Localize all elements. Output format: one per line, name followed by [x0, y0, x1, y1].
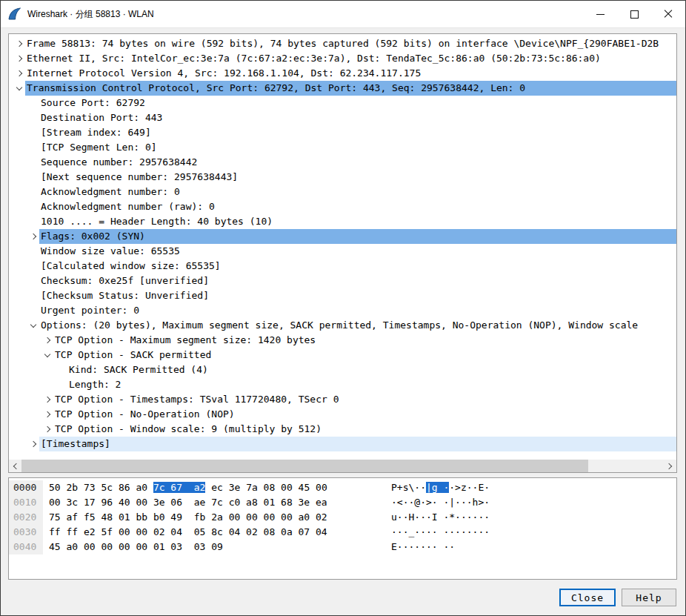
- chevron-right-icon[interactable]: [43, 392, 53, 407]
- hex-row[interactable]: 0030 ff ff e2 5f 00 00 02 04 05 8c 04 02…: [9, 525, 676, 540]
- ascii-bytes[interactable]: P+s\··|g ··>z··E·: [391, 480, 490, 495]
- tree-row-next-sequence[interactable]: [Next sequence number: 2957638443]: [9, 170, 676, 185]
- close-button[interactable]: Close: [559, 589, 616, 606]
- packet-bytes-pane: 0000 50 2b 73 5c 86 a0 7c 67 a2 ec 3e 7a…: [8, 477, 677, 580]
- tree-row-label: Urgent pointer: 0: [39, 303, 676, 318]
- tree-row-checksum-status[interactable]: [Checksum Status: Unverified]: [9, 288, 676, 303]
- tree-row-label: [Timestamps]: [39, 437, 676, 451]
- tree-row-sack-kind[interactable]: Kind: SACK Permitted (4): [9, 362, 676, 377]
- scrollbar-thumb[interactable]: [21, 460, 588, 472]
- tree-row-label: 1010 .... = Header Length: 40 bytes (10): [39, 214, 676, 229]
- chevron-right-icon[interactable]: [15, 51, 25, 66]
- tree-row-destination-port[interactable]: Destination Port: 443: [9, 110, 676, 125]
- scroll-right-arrow-icon[interactable]: [664, 460, 676, 472]
- tree-row-label: TCP Option - No-Operation (NOP): [53, 407, 676, 422]
- ascii-bytes[interactable]: ·<··@·>· ·|···h>·: [391, 495, 490, 510]
- tree-row-ack-number[interactable]: Acknowledgment number: 0: [9, 185, 676, 199]
- selected-bytes: 7c 67 a2: [153, 482, 205, 493]
- help-button[interactable]: Help: [622, 589, 676, 606]
- window-controls: [583, 1, 685, 27]
- hex-bytes[interactable]: 45 a0 00 00 00 00 01 03 03 09: [49, 540, 345, 554]
- maximize-icon: [630, 10, 639, 19]
- hex-row[interactable]: 0020 75 af f5 48 01 bb b0 49 fb 2a 00 00…: [9, 510, 676, 525]
- tree-row-option-timestamps[interactable]: TCP Option - Timestamps: TSval 117720480…: [9, 392, 676, 407]
- tree-row-options[interactable]: Options: (20 bytes), Maximum segment siz…: [9, 318, 676, 333]
- ascii-bytes[interactable]: u··H···I ·*······: [391, 510, 490, 525]
- tree-row-header-length[interactable]: 1010 .... = Header Length: 40 bytes (10): [9, 214, 676, 229]
- close-window-button[interactable]: [651, 1, 685, 27]
- hex-bytes[interactable]: ff ff e2 5f 00 00 02 04 05 8c 04 02 08 0…: [49, 525, 345, 540]
- tree-row-ethernet[interactable]: Ethernet II, Src: IntelCor_ec:3e:7a (7c:…: [9, 51, 676, 66]
- horizontal-scrollbar[interactable]: [9, 460, 676, 472]
- tree-row-segment-len[interactable]: [TCP Segment Len: 0]: [9, 140, 676, 155]
- tree-row-label: Sequence number: 2957638442: [39, 155, 676, 170]
- hex-row[interactable]: 0000 50 2b 73 5c 86 a0 7c 67 a2 ec 3e 7a…: [9, 480, 676, 495]
- tree-row-label: Ethernet II, Src: IntelCor_ec:3e:7a (7c:…: [25, 51, 676, 66]
- minimize-button[interactable]: [583, 1, 617, 27]
- tree-row-window-size[interactable]: Window size value: 65535: [9, 244, 676, 259]
- hex-offset: 0040: [9, 540, 43, 554]
- tree-row-checksum[interactable]: Checksum: 0xe25f [unverified]: [9, 274, 676, 288]
- tree-row-label: Kind: SACK Permitted (4): [67, 362, 676, 377]
- dialog-button-row: Close Help: [559, 589, 676, 606]
- packet-detail-tree-pane: Frame 58813: 74 bytes on wire (592 bits)…: [8, 33, 677, 473]
- tree-row-option-mss[interactable]: TCP Option - Maximum segment size: 1420 …: [9, 333, 676, 348]
- hex-bytes[interactable]: 50 2b 73 5c 86 a0 7c 67 a2 ec 3e 7a 08 0…: [49, 480, 345, 495]
- scroll-left-arrow-icon[interactable]: [9, 460, 21, 472]
- tree-row-label: Length: 2: [67, 377, 676, 392]
- tree-row-sack-length[interactable]: Length: 2: [9, 377, 676, 392]
- tree-row-stream-index[interactable]: [Stream index: 649]: [9, 125, 676, 140]
- chevron-right-icon[interactable]: [43, 422, 53, 437]
- hex-row[interactable]: 0040 45 a0 00 00 00 00 01 03 03 09 E····…: [9, 540, 676, 554]
- maximize-button[interactable]: [617, 1, 651, 27]
- tree-row-ack-number-raw[interactable]: Acknowledgment number (raw): 0: [9, 199, 676, 214]
- tree-row-option-sack[interactable]: TCP Option - SACK permitted: [9, 348, 676, 362]
- tree-row-urgent-pointer[interactable]: Urgent pointer: 0: [9, 303, 676, 318]
- chevron-down-icon[interactable]: [15, 81, 25, 96]
- tree-row-label: Acknowledgment number: 0: [39, 185, 676, 199]
- tree-row-label: Options: (20 bytes), Maximum segment siz…: [39, 318, 676, 333]
- chevron-down-icon[interactable]: [29, 318, 39, 333]
- chevron-right-icon[interactable]: [29, 229, 39, 244]
- tree-row-source-port[interactable]: Source Port: 62792: [9, 96, 676, 110]
- ascii-bytes[interactable]: E······· ··: [391, 540, 455, 554]
- hex-row[interactable]: 0010 00 3c 17 96 40 00 3e 06 ae 7c c0 a8…: [9, 495, 676, 510]
- tree-row-ip[interactable]: Internet Protocol Version 4, Src: 192.16…: [9, 66, 676, 81]
- tree-row-label: [Checksum Status: Unverified]: [39, 288, 676, 303]
- wireshark-fin-icon: [7, 7, 22, 21]
- tree-row-frame[interactable]: Frame 58813: 74 bytes on wire (592 bits)…: [9, 36, 676, 51]
- hex-bytes[interactable]: 75 af f5 48 01 bb b0 49 fb 2a 00 00 00 0…: [49, 510, 345, 525]
- chevron-right-icon[interactable]: [29, 437, 39, 451]
- tree-row-calculated-window[interactable]: [Calculated window size: 65535]: [9, 259, 676, 274]
- hex-bytes[interactable]: 00 3c 17 96 40 00 3e 06 ae 7c c0 a8 01 6…: [49, 495, 345, 510]
- tree-row-sequence-number[interactable]: Sequence number: 2957638442: [9, 155, 676, 170]
- ascii-bytes[interactable]: ···_···· ········: [391, 525, 490, 540]
- tree-row-option-window-scale[interactable]: TCP Option - Window scale: 9 (multiply b…: [9, 422, 676, 437]
- chevron-right-icon[interactable]: [43, 407, 53, 422]
- tree-row-label: Checksum: 0xe25f [unverified]: [39, 274, 676, 288]
- tree-row-label: Frame 58813: 74 bytes on wire (592 bits)…: [25, 36, 676, 51]
- tree-row-label: Internet Protocol Version 4, Src: 192.16…: [25, 66, 676, 81]
- hex-offset: 0020: [9, 510, 43, 525]
- scrollbar-track[interactable]: [588, 460, 664, 472]
- tree-row-timestamps-generated[interactable]: [Timestamps]: [9, 437, 676, 451]
- tree-row-flags-highlighted[interactable]: Flags: 0x002 (SYN): [9, 229, 676, 244]
- tree-row-label: TCP Option - Maximum segment size: 1420 …: [53, 333, 676, 348]
- close-icon: [664, 10, 673, 19]
- chevron-right-icon[interactable]: [15, 66, 25, 81]
- hex-offset: 0000: [9, 480, 43, 495]
- packet-detail-window: Wireshark · 分组 58813 · WLAN Frame 58813:…: [0, 0, 686, 616]
- tree-row-label: Flags: 0x002 (SYN): [39, 229, 676, 244]
- chevron-right-icon[interactable]: [43, 333, 53, 348]
- tree-row-option-nop[interactable]: TCP Option - No-Operation (NOP): [9, 407, 676, 422]
- tree-row-label: [Calculated window size: 65535]: [39, 259, 676, 274]
- tree-row-tcp-selected[interactable]: Transmission Control Protocol, Src Port:…: [9, 81, 676, 96]
- hex-offset: 0030: [9, 525, 43, 540]
- tree-row-label: Destination Port: 443: [39, 110, 676, 125]
- chevron-right-icon[interactable]: [15, 36, 25, 51]
- tree-row-label: [Stream index: 649]: [39, 125, 676, 140]
- chevron-down-icon[interactable]: [43, 348, 53, 362]
- tree-row-label: [Next sequence number: 2957638443]: [39, 170, 676, 185]
- hex-offset: 0010: [9, 495, 43, 510]
- tree-row-label: TCP Option - Timestamps: TSval 117720480…: [53, 392, 676, 407]
